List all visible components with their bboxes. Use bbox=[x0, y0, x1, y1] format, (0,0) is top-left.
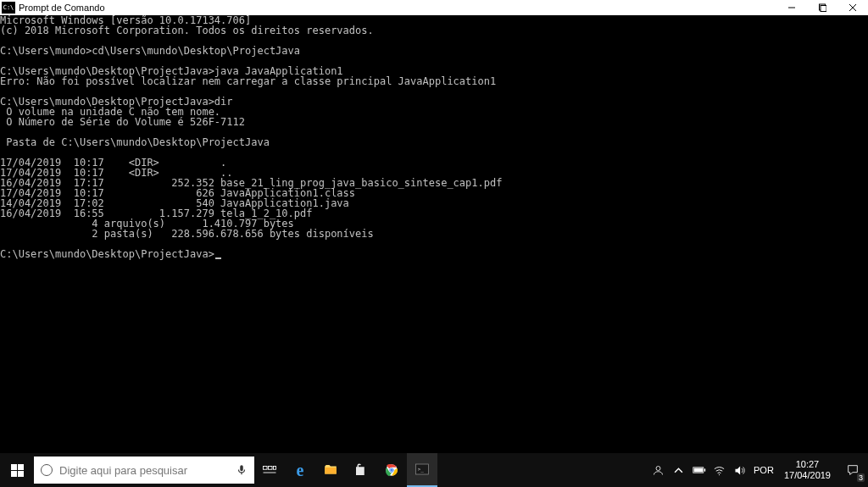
microphone-icon[interactable] bbox=[236, 464, 248, 476]
terminal-line: O Número de Série do Volume é 526F-7112 bbox=[0, 117, 868, 127]
tray-notifications-icon[interactable]: 3 bbox=[837, 453, 868, 487]
tray-time: 10:27 bbox=[784, 459, 831, 470]
tray-wifi-icon[interactable] bbox=[709, 453, 730, 487]
terminal-line: Pasta de C:\Users\mundo\Desktop\ProjectJ… bbox=[0, 137, 868, 147]
terminal-line: C:\Users\mundo\Desktop\ProjectJava> bbox=[0, 249, 868, 259]
task-view-button[interactable] bbox=[254, 453, 285, 487]
svg-rect-7 bbox=[274, 467, 276, 470]
start-button[interactable] bbox=[0, 453, 34, 487]
terminal-line: C:\Users\mundo>cd\Users\mundo\Desktop\Pr… bbox=[0, 46, 868, 56]
terminal-line: 2 pasta(s) 228.596.678.656 bytes disponí… bbox=[0, 229, 868, 239]
notification-badge: 3 bbox=[857, 473, 865, 482]
taskbar: Digite aqui para pesquisar e >_ POR bbox=[0, 453, 868, 487]
cursor bbox=[215, 257, 221, 259]
file-explorer-app-icon[interactable] bbox=[315, 453, 346, 487]
svg-rect-6 bbox=[269, 467, 273, 470]
shopping-bag-icon bbox=[353, 462, 369, 478]
window-controls bbox=[776, 0, 868, 15]
svg-point-12 bbox=[390, 468, 392, 471]
svg-rect-18 bbox=[694, 468, 703, 473]
search-input[interactable]: Digite aqui para pesquisar bbox=[34, 457, 254, 484]
terminal-line: Erro: Não foi possível localizar nem car… bbox=[0, 76, 868, 86]
windows-logo-icon bbox=[11, 464, 24, 477]
chrome-icon bbox=[384, 462, 399, 478]
terminal-line: (c) 2018 Microsoft Corporation. Todos os… bbox=[0, 25, 868, 36]
terminal-output[interactable]: Microsoft Windows [versão 10.0.17134.706… bbox=[0, 15, 868, 259]
svg-rect-5 bbox=[264, 467, 268, 470]
tray-chevron-up-icon[interactable] bbox=[669, 453, 689, 487]
system-tray: POR 10:27 17/04/2019 3 bbox=[648, 453, 868, 487]
tray-battery-icon[interactable] bbox=[689, 453, 709, 487]
tray-language[interactable]: POR bbox=[750, 453, 777, 487]
tray-people-icon[interactable] bbox=[648, 453, 669, 487]
tray-clock[interactable]: 10:27 17/04/2019 bbox=[777, 459, 837, 481]
minimize-button[interactable] bbox=[776, 0, 807, 15]
close-button[interactable] bbox=[837, 0, 868, 15]
search-placeholder: Digite aqui para pesquisar bbox=[59, 464, 231, 477]
folder-icon bbox=[323, 462, 338, 478]
window-titlebar: C:\ Prompt de Comando bbox=[0, 0, 868, 15]
svg-rect-2 bbox=[821, 6, 826, 12]
tray-date: 17/04/2019 bbox=[784, 470, 831, 481]
cortana-circle-icon bbox=[41, 464, 53, 476]
edge-app-icon[interactable]: e bbox=[285, 453, 315, 487]
svg-point-19 bbox=[719, 473, 720, 474]
window-title: Prompt de Comando bbox=[19, 3, 776, 13]
store-app-icon[interactable] bbox=[346, 453, 376, 487]
cmd-app-icon[interactable]: >_ bbox=[407, 453, 437, 487]
cmd-icon: C:\ bbox=[2, 2, 15, 14]
edge-icon: e bbox=[297, 461, 304, 480]
svg-point-15 bbox=[656, 466, 660, 470]
maximize-button[interactable] bbox=[807, 0, 837, 15]
svg-text:>_: >_ bbox=[418, 466, 425, 473]
chrome-app-icon[interactable] bbox=[376, 453, 407, 487]
tray-volume-icon[interactable] bbox=[730, 453, 750, 487]
terminal-icon: >_ bbox=[415, 462, 430, 477]
svg-rect-17 bbox=[704, 468, 706, 471]
